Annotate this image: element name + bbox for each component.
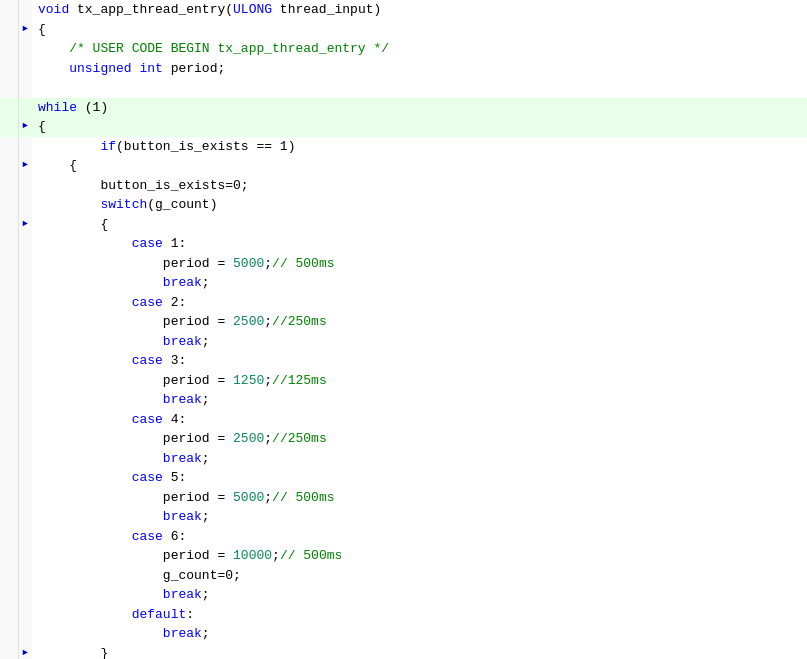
code-line: period = 5000;// 500ms: [32, 254, 807, 274]
token-pl: period =: [163, 256, 233, 271]
code-line: void tx_app_thread_entry(ULONG thread_in…: [32, 0, 807, 20]
token-pl: g_count=0;: [163, 568, 241, 583]
code-line: if(button_is_exists == 1): [32, 137, 807, 157]
line-number: [0, 351, 18, 371]
token-kw: void: [38, 2, 69, 17]
code-line: break;: [32, 624, 807, 644]
gutter-marker: [18, 546, 32, 566]
code-line: case 1:: [32, 234, 807, 254]
token-nu: 5000: [233, 256, 264, 271]
token-pl: ;: [202, 451, 210, 466]
gutter-marker: [18, 605, 32, 625]
token-pl: {: [100, 217, 108, 232]
token-pl: 2:: [163, 295, 186, 310]
line-number: [0, 98, 18, 118]
token-pl: ;: [202, 509, 210, 524]
gutter-marker: [18, 98, 32, 118]
line-number: [0, 585, 18, 605]
token-kw: break: [163, 275, 202, 290]
token-cm: //250ms: [272, 314, 327, 329]
code-line: unsigned int period;: [32, 59, 807, 79]
token-pl: 5:: [163, 470, 186, 485]
token-pl: period;: [163, 61, 225, 76]
line-number: [0, 215, 18, 235]
code-line: {: [32, 215, 807, 235]
token-pl: 1:: [163, 236, 186, 251]
line-number: [0, 527, 18, 547]
token-pl: button_is_exists=0;: [100, 178, 248, 193]
code-line: break;: [32, 390, 807, 410]
line-number: [0, 39, 18, 59]
line-number: [0, 624, 18, 644]
line-number: [0, 137, 18, 157]
line-number: [0, 234, 18, 254]
token-nu: 10000: [233, 548, 272, 563]
gutter-marker: [18, 624, 32, 644]
gutter-marker: [18, 59, 32, 79]
token-pl: ;: [202, 626, 210, 641]
token-pl: period =: [163, 490, 233, 505]
token-kw: case: [132, 412, 163, 427]
gutter-marker: ►: [18, 117, 32, 137]
token-kw: case: [132, 236, 163, 251]
token-kw: case: [132, 470, 163, 485]
token-pl: ;: [202, 392, 210, 407]
code-line: {: [32, 20, 807, 40]
line-number: [0, 312, 18, 332]
gutter-marker: [18, 137, 32, 157]
token-pl: tx_app_thread_entry(: [69, 2, 233, 17]
gutter-marker: [18, 429, 32, 449]
gutter-marker: [18, 410, 32, 430]
code-line: case 2:: [32, 293, 807, 313]
code-line: break;: [32, 273, 807, 293]
line-number: [0, 78, 18, 98]
line-number: [0, 254, 18, 274]
code-line: period = 2500;//250ms: [32, 312, 807, 332]
token-kw: switch: [100, 197, 147, 212]
code-line: /* USER CODE BEGIN tx_app_thread_entry *…: [32, 39, 807, 59]
gutter-marker: [18, 488, 32, 508]
token-pl: {: [38, 22, 46, 37]
line-number: [0, 59, 18, 79]
token-cm: // 500ms: [272, 490, 334, 505]
gutter-marker: [18, 312, 32, 332]
code-line: case 6:: [32, 527, 807, 547]
line-number: [0, 0, 18, 20]
token-kw: case: [132, 529, 163, 544]
token-nu: 5000: [233, 490, 264, 505]
token-pl: period =: [163, 431, 233, 446]
token-pl: period =: [163, 548, 233, 563]
token-pl: :: [186, 607, 194, 622]
gutter-marker: [18, 507, 32, 527]
token-kw: case: [132, 353, 163, 368]
token-pl: ;: [202, 587, 210, 602]
gutter-marker: [18, 234, 32, 254]
code-line: period = 10000;// 500ms: [32, 546, 807, 566]
code-line: case 5:: [32, 468, 807, 488]
code-line: button_is_exists=0;: [32, 176, 807, 196]
gutter-marker: [18, 273, 32, 293]
token-pl: ;: [264, 314, 272, 329]
token-nu: 1250: [233, 373, 264, 388]
token-kw: ULONG: [233, 2, 272, 17]
line-number: [0, 507, 18, 527]
line-number: [0, 293, 18, 313]
token-pl: {: [69, 158, 77, 173]
token-pl: period =: [163, 373, 233, 388]
token-pl: 3:: [163, 353, 186, 368]
token-cm: // 500ms: [280, 548, 342, 563]
token-kw: break: [163, 626, 202, 641]
gutter-marker: [18, 351, 32, 371]
token-kw: break: [163, 392, 202, 407]
line-number: [0, 195, 18, 215]
code-line: period = 2500;//250ms: [32, 429, 807, 449]
gutter-marker: ►: [18, 20, 32, 40]
token-pl: period =: [163, 314, 233, 329]
line-number: [0, 273, 18, 293]
code-table: void tx_app_thread_entry(ULONG thread_in…: [0, 0, 807, 659]
gutter-marker: [18, 254, 32, 274]
gutter-marker: [18, 449, 32, 469]
line-number: [0, 156, 18, 176]
line-number: [0, 605, 18, 625]
gutter-marker: ►: [18, 156, 32, 176]
